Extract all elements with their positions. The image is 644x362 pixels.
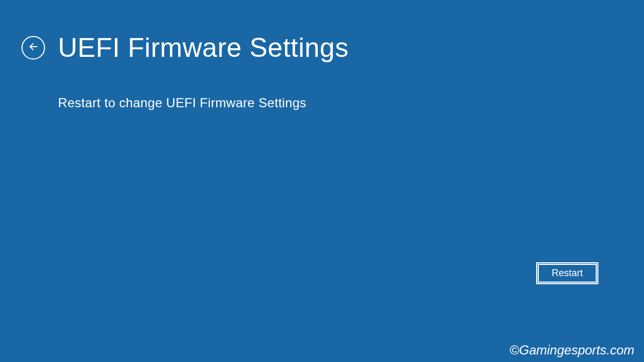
header-row: UEFI Firmware Settings (0, 0, 644, 63)
back-button[interactable] (21, 36, 45, 60)
page-description: Restart to change UEFI Firmware Settings (58, 95, 644, 110)
button-row: Restart (538, 264, 597, 283)
arrow-left-icon (27, 41, 39, 55)
page-title: UEFI Firmware Settings (58, 32, 349, 63)
watermark: ©Gamingesports.com (510, 343, 634, 358)
restart-button[interactable]: Restart (538, 264, 597, 283)
